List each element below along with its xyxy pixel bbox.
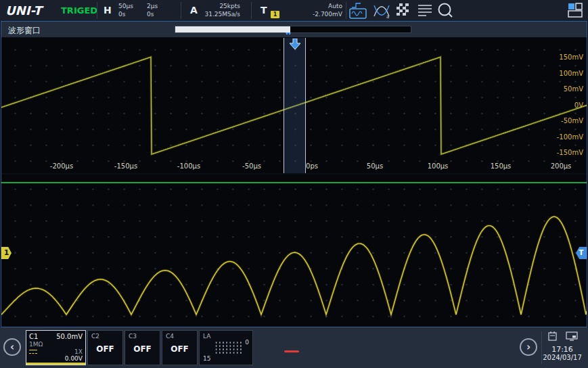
xy-mode-icon[interactable]: a — [373, 1, 390, 22]
time-label: 50µs — [355, 162, 395, 170]
acquire-info[interactable]: 25kpts 31.25MSa/s — [201, 3, 240, 18]
la-channel-grid — [214, 341, 243, 354]
display-settings-icon[interactable] — [349, 8, 367, 22]
volt-label: -150mV — [557, 149, 583, 156]
time-label: 150µs — [480, 162, 521, 170]
sample-rate: 31.25MSa/s — [201, 11, 240, 19]
channel-4-box[interactable]: C4 OFF — [162, 330, 198, 365]
time-label: -200µs — [41, 162, 82, 170]
channel-1-scale: 50.0mV — [56, 333, 83, 340]
horizontal-menu-button[interactable]: H — [104, 5, 112, 16]
trigger-mode: Auto — [284, 3, 342, 11]
channel-1-name: C1 — [29, 333, 38, 340]
main-timebase[interactable]: 50µs 0s — [118, 3, 133, 18]
separator — [97, 2, 97, 19]
time-label: 200µs — [541, 162, 581, 170]
volt-label: 150mV — [559, 53, 583, 61]
calendar-icon — [548, 331, 557, 341]
time-label: -150µs — [106, 162, 146, 170]
volt-label: 100mV — [559, 70, 583, 77]
zoom-region-highlight[interactable] — [284, 38, 306, 173]
time-label: 100µs — [417, 162, 458, 170]
coupling-icon — [29, 350, 37, 354]
channel-1-offset: 0.00V — [65, 355, 83, 362]
channel-2-name: C2 — [91, 333, 99, 340]
clock-time: 17:16 — [540, 345, 585, 354]
next-page-button[interactable]: › — [520, 338, 537, 356]
zoom-timebase-offset: 0s — [147, 11, 158, 19]
trigger-source-badge[interactable]: 1 — [271, 11, 279, 18]
brand-logo: UNI-T — [5, 3, 41, 18]
zoom-position-arrows-icon: ▾▾ — [286, 30, 291, 37]
volt-label: 50mV — [564, 85, 583, 93]
channel-3-name: C3 — [129, 333, 137, 340]
zoom-position-marker[interactable] — [289, 39, 301, 50]
memory-depth: 25kpts — [201, 3, 240, 11]
zoom-scrollbar-track[interactable] — [175, 26, 411, 33]
volt-label: -100mV — [557, 133, 583, 141]
zoom-plot: 1 T — [1, 175, 587, 327]
bottom-bar: ‹ C1 50.0mV 1MΩ 1X 0.00V C2 OFF C3 OF — [0, 327, 588, 368]
window-layout-icon[interactable] — [567, 2, 584, 22]
zoom-scrollbar-thumb[interactable] — [175, 26, 290, 32]
top-bar: UNI-T TRIGED H 50µs 0s 2µs 0s A 25kpts 3… — [0, 0, 588, 21]
time-label: 0ps — [292, 162, 332, 170]
logic-analyzer-box[interactable]: LA 0 15 — [199, 330, 253, 365]
channel-3-box[interactable]: C3 OFF — [125, 330, 160, 365]
screenshot-icon[interactable] — [566, 331, 578, 341]
la-name: LA — [203, 333, 210, 340]
channel-3-state: OFF — [125, 344, 160, 354]
main-timebase-scale: 50µs — [118, 3, 133, 11]
la-last-channel: 15 — [203, 355, 210, 362]
la-first-channel: 0 — [245, 339, 249, 346]
channel-1-probe: 1X — [74, 348, 83, 355]
trigger-menu-button[interactable]: T — [261, 5, 267, 16]
zoom-timebase-scale: 2µs — [147, 3, 158, 11]
channel-1-impedance: 1MΩ — [29, 341, 43, 348]
zoom-window-header: 波形窗口 ▾▾ — [1, 22, 587, 38]
lower-waveform-svg — [1, 175, 587, 327]
trigger-status: TRIGED — [61, 5, 97, 16]
display-area: 波形窗口 ▾▾ -200µs -150µs -100µs -50µs 0ps 5… — [1, 21, 587, 327]
channel-1-box[interactable]: C1 50.0mV 1MΩ 1X 0.00V — [26, 330, 86, 365]
menu-indicator — [284, 350, 299, 352]
time-label: -100µs — [168, 162, 209, 170]
zoom-window-title: 波形窗口 — [8, 25, 41, 37]
zoom-timebase[interactable]: 2µs 0s — [147, 3, 158, 18]
trigger-level: -2.700mV — [284, 11, 342, 19]
channel-2-state: OFF — [88, 344, 122, 354]
separator — [346, 2, 346, 19]
channel-1-color-bar — [26, 363, 85, 365]
volt-label: -50mV — [561, 117, 583, 124]
separator — [181, 2, 181, 19]
overview-plot: -200µs -150µs -100µs -50µs 0ps 50µs 100µ… — [1, 38, 587, 173]
prev-page-button[interactable]: ‹ — [3, 338, 21, 356]
main-timebase-offset: 0s — [118, 11, 133, 19]
pattern-icon[interactable] — [397, 3, 409, 16]
svg-text:a: a — [386, 14, 389, 19]
separator — [251, 2, 252, 19]
trigger-info[interactable]: Auto -2.700mV — [284, 3, 342, 18]
channel-4-state: OFF — [162, 344, 197, 354]
volt-label: 0V — [574, 101, 583, 109]
channel-4-name: C4 — [166, 333, 174, 340]
time-label: -50µs — [231, 162, 272, 170]
acquire-menu-button[interactable]: A — [190, 5, 198, 16]
channel-2-box[interactable]: C2 OFF — [87, 330, 123, 365]
search-icon[interactable] — [436, 1, 454, 22]
list-icon[interactable] — [417, 1, 433, 22]
oscilloscope-screen: UNI-T TRIGED H 50µs 0s 2µs 0s A 25kpts 3… — [0, 0, 588, 368]
clock-date: 2024/03/17 — [539, 354, 586, 361]
